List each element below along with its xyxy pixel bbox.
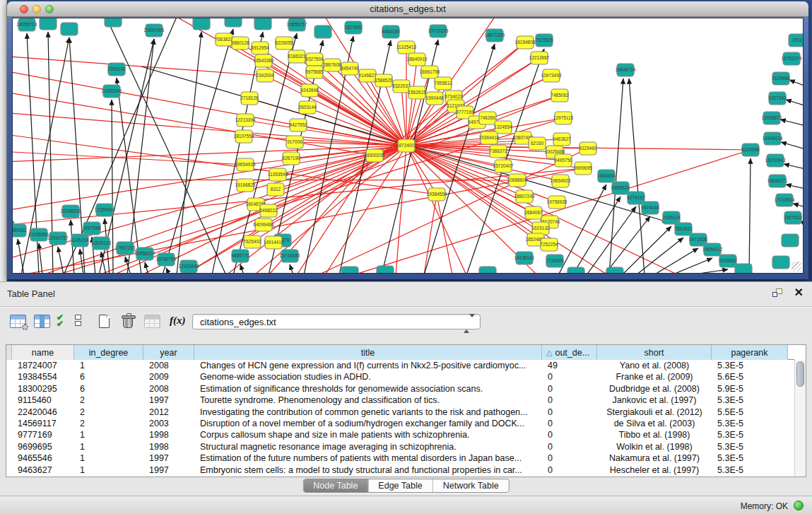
column-header-title[interactable]: title xyxy=(194,345,542,360)
table-cell[interactable]: 0 xyxy=(542,383,597,395)
table-cell[interactable]: Franke et al. (2009) xyxy=(597,371,712,382)
table-row[interactable]: 946554611997Estimation of the future num… xyxy=(6,452,794,464)
table-cell[interactable]: Wolkin et al. (1998) xyxy=(597,441,712,452)
table-cell[interactable]: 1997 xyxy=(143,452,194,464)
table-cell[interactable]: 5.6E-5 xyxy=(712,371,788,382)
table-cell[interactable]: 1 xyxy=(74,360,143,371)
edge[interactable] xyxy=(240,264,244,273)
edge[interactable] xyxy=(689,269,728,273)
unselect-all-columns-icon[interactable] xyxy=(75,315,81,333)
table-cell[interactable]: de Silva et al. (2003) xyxy=(597,418,712,429)
selected-edge[interactable] xyxy=(245,120,406,146)
edge[interactable] xyxy=(793,204,803,207)
node[interactable] xyxy=(40,18,57,30)
table-cell[interactable]: 1998 xyxy=(143,441,194,452)
table-cell[interactable]: 2012 xyxy=(143,407,194,418)
edge[interactable] xyxy=(39,243,42,273)
node[interactable] xyxy=(341,267,358,273)
edge[interactable] xyxy=(780,119,803,127)
table-cell[interactable]: 0 xyxy=(542,429,597,440)
column-header-year[interactable]: year xyxy=(143,345,194,360)
table-cell[interactable]: 1 xyxy=(74,452,143,464)
table-cell[interactable]: 9463627 xyxy=(12,465,74,476)
network-canvas[interactable]: 2405572420691406106552571527602846616010… xyxy=(12,18,804,274)
table-cell[interactable]: 9465546 xyxy=(12,452,74,464)
table-row[interactable]: 977716911998Corpus callosum shape and si… xyxy=(6,429,794,440)
edge[interactable] xyxy=(654,248,698,273)
table-row[interactable]: 1938455462009Genome-wide association stu… xyxy=(6,371,794,382)
table-cell[interactable]: 6 xyxy=(74,383,143,395)
edge[interactable] xyxy=(781,142,803,149)
table-row[interactable]: 1872400712008Changes of HCN gene express… xyxy=(6,360,794,371)
table-cell[interactable]: Nakamura et al. (1997) xyxy=(597,452,712,464)
column-header-name[interactable]: name xyxy=(12,345,74,360)
edge[interactable] xyxy=(145,262,148,273)
show-columns-icon[interactable] xyxy=(34,315,50,333)
table-cell[interactable]: 9699695 xyxy=(12,441,74,452)
table-selector-dropdown[interactable]: citations_edges.txt xyxy=(192,314,481,329)
table-cell[interactable]: Yano et al. (2008) xyxy=(597,360,712,371)
selected-edge[interactable] xyxy=(264,61,406,146)
table-cell[interactable]: Tourette syndrome. Phenomenology and cla… xyxy=(194,395,542,406)
window-titlebar[interactable]: citations_edges.txt xyxy=(7,1,808,17)
edge[interactable] xyxy=(106,18,226,273)
table-row[interactable]: 911546021997Tourette syndrome. Phenomeno… xyxy=(6,395,794,406)
table-cell[interactable]: Hescheler et al. (1997) xyxy=(597,465,712,476)
tab-edge-table[interactable]: Edge Table xyxy=(368,479,433,492)
selected-edge[interactable] xyxy=(307,107,406,146)
column-header-in_degree[interactable]: in_degree xyxy=(74,345,143,360)
canvas-resize-grip[interactable] xyxy=(792,262,801,271)
table-cell[interactable]: 9777169 xyxy=(12,429,74,440)
select-all-columns-icon[interactable]: ✔✔ xyxy=(57,315,62,333)
selected-edge[interactable] xyxy=(310,90,406,146)
table-cell[interactable]: 5.3E-5 xyxy=(712,418,788,429)
table-cell[interactable]: 0 xyxy=(542,441,597,452)
column-header-out_de[interactable]: △out_de... xyxy=(542,345,597,360)
table-cell[interactable]: 5.3E-5 xyxy=(712,441,788,452)
network-graph[interactable]: 2405572420691406106552571527602846616010… xyxy=(13,18,803,273)
node[interactable] xyxy=(105,18,122,27)
node[interactable] xyxy=(735,264,752,273)
table-cell[interactable]: 5.3E-5 xyxy=(712,465,788,476)
table-row[interactable]: 1830029562008Estimation of significance … xyxy=(6,383,794,395)
table-cell[interactable]: Embryonic stem cells: a model to study s… xyxy=(194,465,542,476)
tab-network-table[interactable]: Network Table xyxy=(433,479,509,492)
table-cell[interactable]: 2008 xyxy=(143,383,194,395)
table-row[interactable]: 969969511998Structural magnetic resonanc… xyxy=(6,441,794,452)
table-cell[interactable]: 2003 xyxy=(143,418,194,429)
edge[interactable] xyxy=(786,185,803,189)
table-cell[interactable]: 1998 xyxy=(143,429,194,440)
create-new-column-icon[interactable] xyxy=(99,315,110,333)
table-cell[interactable]: 5.9E-5 xyxy=(712,383,788,395)
column-header-short[interactable]: short xyxy=(597,345,712,360)
table-row[interactable]: 1456911722003Disruption of a novel membe… xyxy=(6,418,794,429)
node[interactable] xyxy=(782,234,799,247)
table-cell[interactable]: Estimation of significance thresholds fo… xyxy=(194,383,542,395)
table-cell[interactable]: Genome-wide association studies in ADHD. xyxy=(194,371,542,382)
node[interactable] xyxy=(314,25,331,38)
function-builder-icon[interactable]: f(x) xyxy=(170,315,186,333)
table-cell[interactable]: 1 xyxy=(74,465,143,476)
selected-edge[interactable] xyxy=(424,194,437,273)
scrollbar-thumb[interactable] xyxy=(796,361,804,387)
selected-edge[interactable] xyxy=(13,146,406,162)
edge[interactable] xyxy=(789,80,803,88)
table-cell[interactable]: 5.3E-5 xyxy=(712,452,788,464)
table-cell[interactable]: Structural magnetic resonance image aver… xyxy=(194,441,542,452)
table-vertical-scrollbar[interactable] xyxy=(794,360,806,477)
table-cell[interactable]: Changes of HCN gene expression and I(f) … xyxy=(194,360,542,371)
table-cell[interactable]: 0 xyxy=(542,465,597,476)
edge[interactable] xyxy=(622,226,671,273)
table-cell[interactable]: 0 xyxy=(542,452,597,464)
node[interactable] xyxy=(61,23,78,35)
table-cell[interactable]: Jankovic et al. (1997) xyxy=(597,395,712,406)
column-header-pagerank[interactable]: pagerank xyxy=(712,345,788,360)
table-cell[interactable]: Stergiakouli et al. (2012) xyxy=(597,407,712,418)
memory-ok-indicator[interactable] xyxy=(794,501,804,510)
table-cell[interactable]: 1 xyxy=(74,429,143,440)
table-cell[interactable]: 5.5E-5 xyxy=(712,407,788,418)
table-cell[interactable]: 18724007 xyxy=(12,360,74,371)
selected-edge[interactable] xyxy=(13,112,406,146)
table-cell[interactable]: 19384554 xyxy=(12,371,74,382)
edge[interactable] xyxy=(749,158,751,273)
